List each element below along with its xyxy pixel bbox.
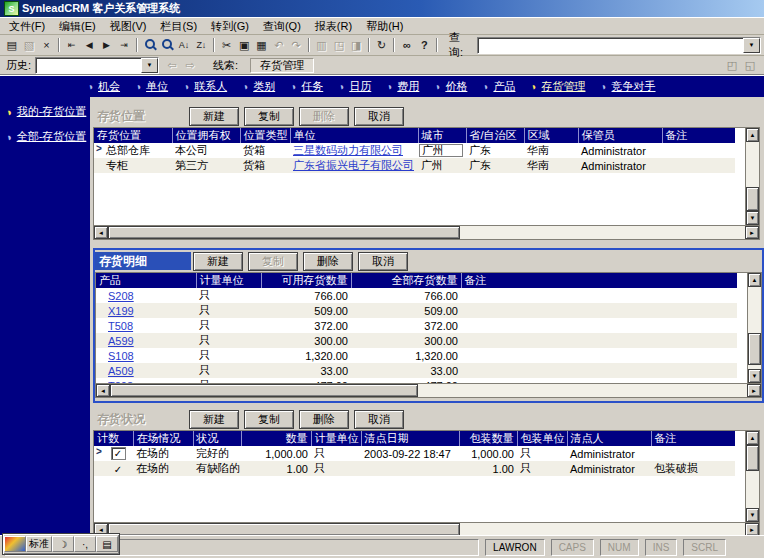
cell[interactable]: 300.00 [351, 333, 461, 348]
cell[interactable]: 300.00 [261, 333, 351, 348]
scroll-thumb[interactable] [746, 187, 759, 211]
cell[interactable]: 1,320.00 [261, 348, 351, 363]
tab-category[interactable]: ◗类别 [243, 79, 275, 94]
cut-icon[interactable]: ✂ [218, 37, 235, 53]
first-record-icon[interactable]: ⇤ [63, 37, 80, 53]
cell[interactable]: 本公司 [172, 143, 240, 158]
view-form-icon[interactable]: ◰ [724, 58, 740, 72]
cell[interactable]: 三星数码动力有限公司 [290, 143, 418, 158]
cell[interactable]: 只 [311, 446, 361, 461]
history-forward-icon[interactable]: ⇨ [181, 58, 199, 72]
new-button[interactable]: 新建 [189, 410, 239, 429]
delete-button[interactable]: 删除 [299, 107, 349, 126]
scroll-thumb[interactable] [110, 384, 418, 397]
focused-cell[interactable]: 广州 [419, 144, 463, 157]
column-header[interactable]: 备注 [651, 431, 735, 446]
cell[interactable] [461, 333, 737, 348]
scroll-track[interactable] [746, 445, 759, 508]
cell[interactable]: 广东 [466, 143, 524, 158]
column-header[interactable]: 数量 [241, 431, 311, 446]
menu-view[interactable]: 视图(V) [103, 19, 154, 34]
tab-price[interactable]: ◗价格 [435, 79, 467, 94]
cell[interactable]: S208 [96, 288, 196, 303]
cell[interactable]: Administrator [567, 446, 651, 461]
query-input[interactable] [478, 38, 743, 53]
table-row[interactable]: >总部仓库 本公司 货箱 三星数码动力有限公司 广州 广东 华南 Adminis… [94, 143, 735, 158]
new-button[interactable]: 新建 [189, 107, 239, 126]
column-header[interactable]: 计数 [94, 431, 133, 446]
column-header[interactable]: 备注 [662, 128, 735, 143]
menu-columns[interactable]: 栏目(S) [153, 19, 204, 34]
scroll-track[interactable] [110, 384, 747, 397]
scroll-left-icon[interactable]: ◄ [96, 384, 110, 397]
vertical-scrollbar[interactable]: ▲ ▼ [745, 128, 759, 225]
edit-record-icon[interactable]: ▧ [20, 37, 37, 53]
cell[interactable]: 货箱 [240, 143, 290, 158]
cell[interactable]: 只 [517, 461, 567, 476]
scroll-up-icon[interactable]: ▲ [746, 431, 759, 445]
query-combobox[interactable]: ▼ [477, 37, 761, 54]
product-link[interactable]: A509 [108, 365, 134, 377]
history-input[interactable] [36, 58, 141, 73]
tab-opportunity[interactable]: ◗机会 [88, 79, 120, 94]
cell[interactable]: 广东 [466, 158, 524, 173]
scroll-thumb[interactable] [746, 445, 759, 471]
cell[interactable]: Administrator [578, 143, 662, 158]
cell[interactable]: 只 [311, 461, 361, 476]
cell[interactable]: 1.00 [459, 461, 517, 476]
cell[interactable]: 33.00 [351, 363, 461, 378]
redo-icon[interactable]: ↷ [288, 37, 305, 53]
cell[interactable]: 只 [196, 348, 261, 363]
scroll-down-icon[interactable]: ▼ [746, 211, 759, 225]
cell[interactable]: 包装破损 [651, 461, 735, 476]
column-header[interactable]: 可用存货数量 [261, 273, 351, 288]
scroll-thumb[interactable] [748, 333, 761, 365]
cell[interactable]: Administrator [578, 158, 662, 173]
cell[interactable] [461, 303, 737, 318]
cell[interactable]: A509 [96, 363, 196, 378]
cell[interactable]: 广州 [418, 158, 466, 173]
sort-ascending-icon[interactable]: A↓ [175, 37, 192, 53]
menu-help[interactable]: 帮助(H) [359, 19, 410, 34]
menu-goto[interactable]: 转到(G) [204, 19, 256, 34]
delete-button[interactable]: 删除 [303, 252, 353, 271]
table-row[interactable]: S108只1,320.001,320.00 [96, 348, 737, 363]
export-icon[interactable]: ◳ [330, 37, 347, 53]
cell[interactable]: T508 [96, 318, 196, 333]
tab-calendar[interactable]: ◗日历 [339, 79, 371, 94]
ime-logo-icon[interactable] [4, 536, 26, 552]
cell[interactable] [461, 318, 737, 333]
cell[interactable]: 509.00 [351, 303, 461, 318]
scroll-up-icon[interactable]: ▲ [746, 128, 759, 142]
cell[interactable]: 只 [517, 446, 567, 461]
cell[interactable] [651, 446, 735, 461]
vertical-scrollbar[interactable]: ▲ ▼ [745, 431, 759, 522]
counted-checkbox[interactable]: ✓ [114, 464, 122, 475]
tab-product[interactable]: ◗产品 [483, 79, 515, 94]
scroll-down-icon[interactable]: ▼ [748, 369, 761, 383]
cell[interactable]: 372.00 [351, 318, 461, 333]
column-header[interactable]: 位置拥有权 [172, 128, 240, 143]
last-record-icon[interactable]: ⇥ [115, 37, 132, 53]
scroll-right-icon[interactable]: ► [747, 384, 761, 397]
refresh-icon[interactable]: ↻ [373, 37, 390, 53]
scroll-track[interactable] [108, 226, 745, 239]
cell[interactable]: 专柜 [94, 158, 172, 173]
column-header[interactable]: 全部存货数量 [351, 273, 461, 288]
product-link[interactable]: T508 [108, 320, 133, 332]
table-row[interactable]: A509只33.0033.00 [96, 363, 737, 378]
cell[interactable] [662, 143, 735, 158]
table-row[interactable]: S208只766.00766.00 [96, 288, 737, 303]
menu-query[interactable]: 查询(Q) [256, 19, 308, 34]
history-back-icon[interactable]: ⇦ [163, 58, 181, 72]
scroll-track[interactable] [746, 142, 759, 211]
cell[interactable]: 货箱 [240, 158, 290, 173]
column-header[interactable]: 保管员 [578, 128, 662, 143]
dropdown-arrow-icon[interactable]: ▼ [141, 58, 158, 73]
company-link[interactable]: 三星数码动力有限公司 [293, 144, 403, 156]
cancel-button[interactable]: 取消 [354, 107, 404, 126]
punctuation-icon[interactable]: ·, [74, 536, 96, 552]
copy-button[interactable]: 复制 [248, 252, 298, 271]
company-link[interactable]: 广东省振兴电子有限公司 [293, 159, 414, 171]
column-header[interactable]: 清点人 [567, 431, 651, 446]
